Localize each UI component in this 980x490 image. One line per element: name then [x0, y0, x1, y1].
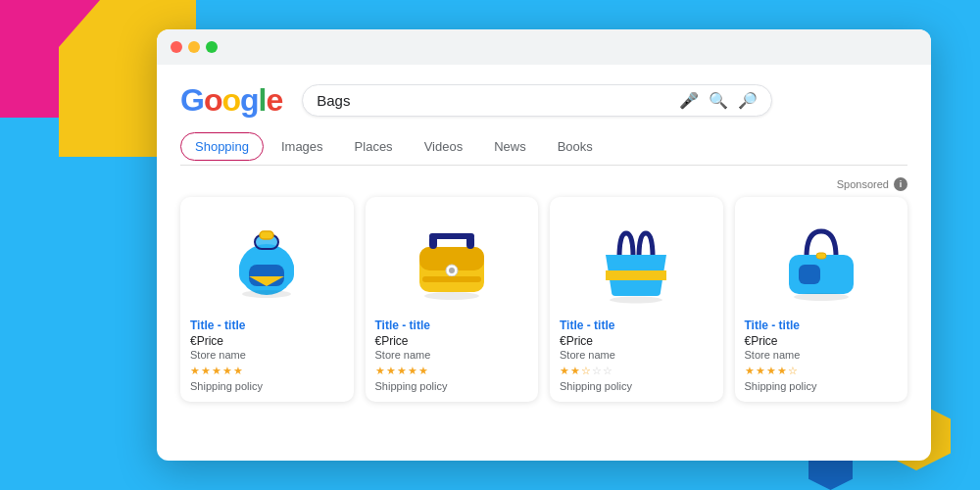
product-title: Title - title	[560, 318, 614, 332]
tab-news[interactable]: News	[480, 133, 540, 160]
star-filled: ★	[418, 365, 428, 377]
star-filled: ★	[777, 365, 787, 377]
svg-point-6	[242, 290, 291, 298]
product-stars: ★★★★★	[190, 365, 243, 377]
star-half: ☆	[788, 365, 798, 377]
product-title: Title - title	[190, 318, 245, 332]
star-filled: ★	[745, 365, 755, 377]
star-filled: ★	[212, 365, 221, 377]
tab-places[interactable]: Places	[341, 133, 407, 160]
star-filled: ★	[397, 365, 407, 377]
window-maximize-button[interactable]	[206, 41, 218, 53]
star-filled: ★	[233, 365, 243, 377]
nav-tabs: Shopping Images Places Videos News Books	[180, 132, 907, 166]
svg-point-17	[610, 297, 662, 304]
product-store: Store name	[190, 349, 246, 361]
product-title: Title - title	[745, 318, 800, 332]
svg-rect-18	[789, 255, 854, 294]
product-shipping: Shipping policy	[560, 380, 632, 392]
svg-point-21	[794, 293, 849, 301]
window-minimize-button[interactable]	[188, 41, 200, 53]
product-title: Title - title	[375, 318, 430, 332]
star-filled: ★	[386, 365, 396, 377]
product-shipping: Shipping policy	[745, 380, 817, 392]
search-input[interactable]: Bags	[317, 92, 679, 109]
sponsored-row: Sponsored i	[180, 177, 907, 191]
svg-rect-14	[422, 276, 481, 282]
star-filled: ★	[570, 365, 580, 377]
product-store: Store name	[745, 349, 801, 361]
product-image	[745, 211, 899, 309]
svg-point-10	[449, 268, 455, 273]
product-stars: ★★★★★	[375, 365, 428, 377]
microphone-icon[interactable]: 🎤	[679, 91, 699, 110]
search-icon[interactable]: 🔎	[738, 91, 758, 110]
product-store: Store name	[375, 349, 431, 361]
svg-point-15	[424, 292, 479, 300]
product-image	[560, 211, 713, 309]
sponsored-label: Sponsored	[837, 178, 889, 190]
product-image	[375, 211, 529, 309]
info-icon[interactable]: i	[894, 177, 907, 191]
product-shipping: Shipping policy	[375, 380, 448, 392]
svg-rect-13	[429, 233, 474, 239]
search-icons: 🎤 🔍 🔎	[679, 91, 758, 110]
tab-books[interactable]: Books	[544, 133, 607, 160]
product-price: €Price	[190, 334, 223, 348]
svg-rect-16	[606, 270, 666, 280]
product-price: €Price	[745, 334, 778, 348]
product-shipping: Shipping policy	[190, 380, 263, 392]
svg-rect-20	[816, 253, 826, 259]
svg-rect-19	[799, 265, 820, 284]
star-filled: ★	[190, 365, 200, 377]
product-image	[190, 211, 344, 309]
product-store: Store name	[560, 349, 615, 361]
google-header: Google Bags 🎤 🔍 🔎	[180, 82, 907, 119]
star-filled: ★	[560, 365, 569, 377]
google-logo: Google	[180, 82, 282, 119]
product-stars: ★★★★☆	[745, 365, 798, 377]
tab-videos[interactable]: Videos	[411, 133, 477, 160]
browser-titlebar	[157, 29, 931, 65]
tab-images[interactable]: Images	[268, 133, 337, 160]
lens-icon[interactable]: 🔍	[709, 91, 728, 110]
product-price: €Price	[375, 334, 409, 348]
star-filled: ★	[222, 365, 232, 377]
star-half: ☆	[581, 365, 591, 377]
star-filled: ★	[766, 365, 776, 377]
product-stars: ★★☆☆☆	[560, 365, 612, 377]
search-bar[interactable]: Bags 🎤 🔍 🔎	[302, 84, 772, 117]
product-card[interactable]: Title - title €Price Store name ★★★★☆ Sh…	[735, 197, 908, 402]
product-card[interactable]: Title - title €Price Store name ★★★★★ Sh…	[366, 197, 539, 402]
product-card[interactable]: Title - title €Price Store name ★★☆☆☆ Sh…	[550, 197, 723, 402]
tab-shopping[interactable]: Shopping	[180, 132, 264, 161]
star-filled: ★	[201, 365, 211, 377]
window-close-button[interactable]	[171, 41, 182, 53]
products-grid: Title - title €Price Store name ★★★★★ Sh…	[180, 197, 907, 402]
star-filled: ★	[408, 365, 417, 377]
star-empty: ☆	[592, 365, 602, 377]
browser-content: Google Bags 🎤 🔍 🔎 Shopping Images Places…	[157, 65, 931, 417]
star-empty: ☆	[603, 365, 612, 377]
star-filled: ★	[756, 365, 765, 377]
browser-window: Google Bags 🎤 🔍 🔎 Shopping Images Places…	[157, 29, 931, 461]
star-filled: ★	[375, 365, 385, 377]
product-price: €Price	[560, 334, 593, 348]
svg-rect-3	[260, 231, 273, 239]
product-card[interactable]: Title - title €Price Store name ★★★★★ Sh…	[180, 197, 354, 402]
